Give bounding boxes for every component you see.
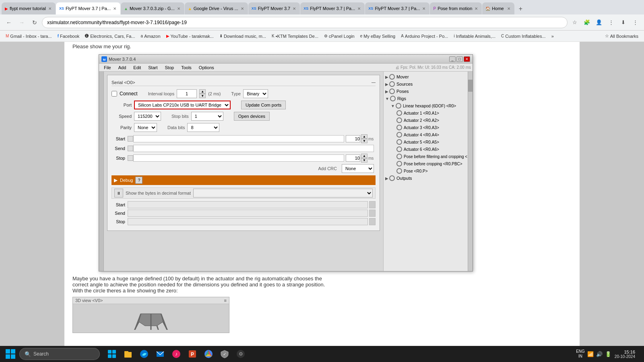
tree-item-sources[interactable]: ▶ Sources (385, 80, 466, 88)
tree-item-mover[interactable]: ▶ Mover (385, 73, 466, 80)
taskbar-app-chrome[interactable] (201, 347, 216, 361)
type-select[interactable]: Binary (243, 89, 268, 98)
parity-select[interactable]: None (134, 123, 157, 132)
tree-item-a2[interactable]: Actuator 2 <R0.A2> (396, 117, 466, 124)
close-button[interactable]: ✕ (464, 56, 470, 62)
profile-icon[interactable]: 👤 (593, 17, 605, 28)
tab-home[interactable]: 🏠 Home ✕ (482, 2, 514, 14)
bookmark-arduino[interactable]: A Arduino Project - Po... (398, 33, 450, 39)
taskbar-app-security[interactable]: ✓ (217, 347, 232, 361)
tab-flypt1[interactable]: XS FlyPT Mover 3.7 ✕ (248, 2, 300, 14)
menu-stop[interactable]: Stop (162, 64, 178, 71)
tab-yt[interactable]: ▶ flypt mover tutorial ✕ (2, 2, 56, 14)
tree-item-poses[interactable]: ▶ Poses (385, 88, 466, 95)
taskbar-clock[interactable]: 15:16 20-10-2024 (615, 350, 635, 359)
tree-item-hexapod[interactable]: ▼ Linear hexapod (6DOF) <R0> (391, 102, 466, 109)
tree-item-a4[interactable]: Actuator 4 <R0.A4> (396, 131, 466, 138)
spinner-down[interactable]: ▼ (199, 94, 206, 98)
menu-add[interactable]: Add (115, 64, 130, 71)
taskbar-corner[interactable] (638, 346, 641, 362)
maximize-button[interactable]: □ (456, 56, 463, 62)
volume-icon[interactable]: 🔊 (596, 351, 603, 357)
bookmark-custom[interactable]: C Custom Inflatables... (499, 33, 548, 39)
tree-item-rigs[interactable]: ▼ Rigs (385, 95, 466, 102)
debug-q-button[interactable]: ? (135, 177, 142, 184)
tree-item-a3[interactable]: Actuator 3 <R0.A3> (396, 124, 466, 131)
tab-pose[interactable]: P Pose from motion ✕ (430, 2, 482, 14)
bookmark-amazon[interactable]: a Amazon (138, 33, 163, 39)
taskbar-app-music[interactable]: ♪ (169, 347, 184, 361)
more-icon[interactable]: ⋮ (630, 17, 641, 28)
bookmark-star-icon[interactable]: ☆ (569, 17, 580, 28)
tree-item-pose[interactable]: Pose <R0.P> (396, 167, 466, 175)
tab-close-yt[interactable]: ✕ (47, 6, 52, 12)
view-3d-menu-icon[interactable]: ≡ (224, 298, 227, 303)
download-icon[interactable]: ⬇ (617, 17, 629, 28)
tab-close-home[interactable]: ✕ (506, 6, 511, 12)
tree-item-a5[interactable]: Actuator 5 <R0.A5> (396, 138, 466, 146)
menu-file[interactable]: File (101, 64, 114, 71)
tree-item-a1[interactable]: Actuator 1 <R0.A1> (396, 109, 466, 117)
back-button[interactable]: ← (3, 17, 14, 28)
taskbar-app-mail[interactable] (153, 347, 167, 361)
stopbits-select[interactable]: 1 (191, 112, 223, 121)
bookmarks-more[interactable]: » (549, 33, 556, 39)
battery-icon[interactable]: 🔋 (605, 351, 611, 357)
start-value[interactable] (346, 135, 360, 142)
bookmark-cpanel[interactable]: ⚙ cPanel Login (322, 33, 357, 39)
serial-minimize-btn[interactable]: — (372, 80, 376, 85)
extension-puzzle-icon[interactable]: 🧩 (581, 17, 592, 28)
all-bookmarks[interactable]: ☆ All Bookmarks (603, 33, 641, 39)
open-devices-button[interactable]: Open devices (234, 112, 270, 121)
tab-close-flypt2[interactable]: ✕ (357, 6, 361, 12)
taskbar-app-files[interactable] (121, 347, 135, 361)
refresh-button[interactable]: ↻ (29, 17, 40, 28)
tree-item-pbc[interactable]: Pose before cropping <R0.PBC> (396, 160, 466, 167)
tab-close-flypt1[interactable]: ✕ (292, 6, 297, 12)
tab-mover-zip[interactable]: ▲ Mover 3.7.0.3.zip - G... ✕ (121, 2, 184, 14)
start-checkbox[interactable] (128, 136, 133, 142)
databits-select[interactable]: 8 (187, 123, 219, 132)
menu-edit[interactable]: Edit (130, 64, 144, 71)
stop-checkbox[interactable] (128, 155, 133, 161)
bookmark-inflatable[interactable]: i Inflatable Animals,... (451, 33, 498, 39)
start-spinner-up[interactable]: ▲ (361, 134, 367, 139)
search-box[interactable]: 🔍 Search (19, 348, 100, 360)
tree-item-outputs[interactable]: ▶ Outputs (385, 175, 466, 182)
start-spinner-down[interactable]: ▼ (361, 139, 367, 143)
bookmark-myebay[interactable]: e My eBay Selling (358, 33, 398, 39)
bookmark-ktm[interactable]: K •KTM Templates De... (269, 33, 321, 39)
tab-flypt2[interactable]: XS FlyPT Mover 3.7 | Pa... ✕ (300, 2, 365, 14)
stop-spinner-up[interactable]: ▲ (361, 154, 367, 158)
tree-item-a6[interactable]: Actuator 6 <R0.A6> (396, 146, 466, 153)
bookmark-youtube[interactable]: ▶ YouTube - tarakmak... (164, 33, 216, 39)
bookmark-download[interactable]: ⬇ Download music, m... (217, 33, 268, 39)
tree-item-pbfc[interactable]: Pose before filtering and cropping <R0.P… (396, 153, 466, 160)
tab-close-drive[interactable]: ✕ (240, 6, 245, 12)
taskbar-app-powerpoint[interactable]: P (185, 347, 200, 361)
new-tab-button[interactable]: + (515, 3, 526, 14)
tab-close-xs[interactable]: ✕ (112, 6, 117, 12)
menu-options[interactable]: Options (196, 64, 217, 71)
taskbar-app-extra[interactable]: ⚙ (233, 347, 248, 361)
tab-drive[interactable]: ▲ Google Drive - Virus ... ✕ (185, 2, 248, 14)
tab-close-mover[interactable]: ✕ (176, 6, 181, 12)
port-select[interactable]: Silicon Labs CP210x USB to UART Bridge (… (134, 101, 231, 109)
start-button[interactable] (3, 347, 18, 361)
connect-checkbox[interactable] (111, 91, 117, 97)
speed-select[interactable]: 115200 (134, 112, 161, 121)
settings-icon[interactable]: ⋮ (605, 17, 617, 28)
menu-tools[interactable]: Tools (178, 64, 195, 71)
stop-spinner-down[interactable]: ▼ (361, 158, 367, 162)
bytes-select[interactable] (193, 189, 373, 197)
address-bar[interactable] (42, 17, 568, 28)
crc-select[interactable]: None (342, 164, 374, 173)
tab-flypt3[interactable]: XS FlyPT Mover 3.7 | Pa... ✕ (365, 2, 429, 14)
send-checkbox[interactable] (128, 146, 133, 151)
menu-start[interactable]: Start (145, 64, 161, 71)
tab-close-flypt3[interactable]: ✕ (421, 6, 426, 12)
taskbar-app-widgets[interactable] (105, 347, 119, 361)
forward-button[interactable]: → (16, 17, 27, 28)
pause-button[interactable]: ⏸ (114, 189, 123, 197)
bookmark-facebook[interactable]: f Facebook (55, 33, 82, 39)
